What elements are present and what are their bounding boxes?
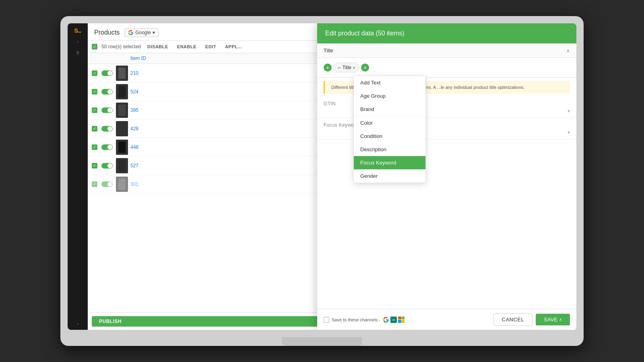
dropdown-item-age-group[interactable]: Age Group <box>354 89 425 103</box>
edit-modal: Edit product data (50 items) Title ∧ <box>317 23 576 330</box>
save-channels-area: Save to these channels - <box>324 317 405 323</box>
app-logo: S... <box>74 27 81 34</box>
focus-keyword-chevron-icon[interactable]: ▾ <box>568 130 570 135</box>
dropdown-item-description[interactable]: Description <box>354 143 425 156</box>
modal-body: Title ∧ + – <box>317 43 576 309</box>
google-channel-btn[interactable]: Google ▾ <box>124 28 159 37</box>
title-section-chevron-icon[interactable]: ∧ <box>566 48 570 53</box>
product-thumbnail <box>116 158 128 173</box>
enable-btn[interactable]: ENABLE <box>175 43 199 50</box>
modal-title: Edit product data (50 items) <box>325 30 405 37</box>
google-btn-label: Google <box>135 30 151 35</box>
product-id[interactable]: 210 <box>130 70 151 76</box>
channel-microsoft-icon <box>398 317 405 323</box>
product-thumbnail <box>116 103 128 118</box>
chip-label: Title <box>343 65 351 70</box>
item-id-header: Item ID <box>130 56 146 61</box>
save-channels-checkbox[interactable] <box>324 317 329 323</box>
select-all-checkbox[interactable]: ✓ <box>92 44 97 49</box>
row-count-label: 50 row(s) selected <box>101 44 141 49</box>
sidebar-collapse-btn[interactable]: ‹ <box>77 39 78 44</box>
product-id[interactable]: 395 <box>130 107 151 113</box>
row-checkbox[interactable]: ✓ <box>92 70 97 76</box>
apply-btn[interactable]: APPL... <box>223 43 244 50</box>
save-btn-label: SAVE <box>544 317 557 323</box>
save-chevron-icon: ∧ <box>559 317 562 322</box>
row-checkbox[interactable]: ✓ <box>92 181 97 187</box>
dropdown-item-color[interactable]: Color <box>354 116 425 130</box>
row-toggle[interactable] <box>101 163 113 169</box>
row-toggle[interactable] <box>101 126 113 132</box>
dropdown-item-condition[interactable]: Condition <box>354 130 425 143</box>
chip-chevron-icon[interactable]: ▾ <box>353 66 355 70</box>
sidebar: S... ‹ 9 › <box>68 23 88 330</box>
row-toggle[interactable] <box>101 144 113 150</box>
cancel-button[interactable]: CANCEL <box>493 313 533 326</box>
modal-footer: Save to these channels - <box>317 309 576 330</box>
product-id[interactable]: 448 <box>130 144 151 150</box>
product-thumbnail <box>116 140 128 155</box>
products-title: Products <box>94 29 120 36</box>
row-checkbox[interactable]: ✓ <box>92 163 97 169</box>
save-channels-label: Save to these channels - <box>332 317 380 322</box>
title-chip[interactable]: – Title ▾ <box>333 63 359 72</box>
dropdown-scroll-area: Add Text Age Group Brand Color Condition… <box>354 76 425 183</box>
disable-btn[interactable]: DISABLE <box>145 43 171 50</box>
row-checkbox[interactable]: ✓ <box>92 126 97 132</box>
row-toggle[interactable] <box>101 89 113 95</box>
header-id-col: Item ID <box>130 56 151 61</box>
dropdown-item-gender[interactable]: Gender <box>354 169 425 183</box>
gtin-chevron-icon[interactable]: ▾ <box>568 108 570 114</box>
channel-icons-group: ∞ <box>383 317 405 323</box>
row-toggle[interactable] <box>101 181 113 187</box>
sidebar-bottom: › <box>77 320 78 326</box>
product-thumbnail <box>116 177 128 192</box>
row-checkbox[interactable]: ✓ <box>92 144 97 150</box>
product-thumbnail <box>116 84 128 99</box>
edit-btn[interactable]: EDIT <box>203 43 219 50</box>
sidebar-number: 9 <box>76 47 79 58</box>
warning-text-end: ...le any individual product title optim… <box>437 85 525 90</box>
google-shopping-icon <box>383 317 389 323</box>
product-thumbnail <box>116 66 128 81</box>
google-icon <box>128 30 134 35</box>
title-section-label: Title <box>324 47 333 53</box>
add-chip-right-btn[interactable]: + <box>361 64 369 72</box>
product-id[interactable]: 524 <box>130 89 151 95</box>
title-section-header: Title ∧ <box>317 43 576 58</box>
row-checkbox[interactable]: ✓ <box>92 89 97 95</box>
remove-chip-icon[interactable]: – <box>338 64 341 71</box>
channel-bing-icon: ∞ <box>390 317 397 323</box>
product-thumbnail <box>116 121 128 136</box>
product-id[interactable]: 428 <box>130 126 151 132</box>
save-button[interactable]: SAVE ∧ <box>536 314 570 325</box>
google-chevron-icon: ▾ <box>153 30 155 35</box>
title-field-dropdown: Add Text Age Group Brand Color Condition… <box>353 76 426 183</box>
product-id[interactable]: 301 <box>130 181 151 187</box>
dropdown-item-focus-keyword[interactable]: Focus Keyword <box>354 156 425 169</box>
dropdown-item-brand[interactable]: Brand <box>354 103 425 116</box>
row-toggle[interactable] <box>101 70 113 76</box>
dropdown-item-add-text[interactable]: Add Text <box>354 76 425 89</box>
row-toggle[interactable] <box>101 107 113 113</box>
main-area: Products Google ▾ <box>88 23 576 330</box>
title-chips-row: + – Title ▾ + <box>324 63 570 72</box>
row-checkbox[interactable]: ✓ <box>92 107 97 113</box>
add-chip-left-btn[interactable]: + <box>324 64 332 72</box>
title-builder: + – Title ▾ + <box>317 58 576 78</box>
sidebar-expand-btn[interactable]: › <box>77 321 78 326</box>
product-id[interactable]: 527 <box>130 163 151 169</box>
modal-header: Edit product data (50 items) <box>317 23 576 43</box>
